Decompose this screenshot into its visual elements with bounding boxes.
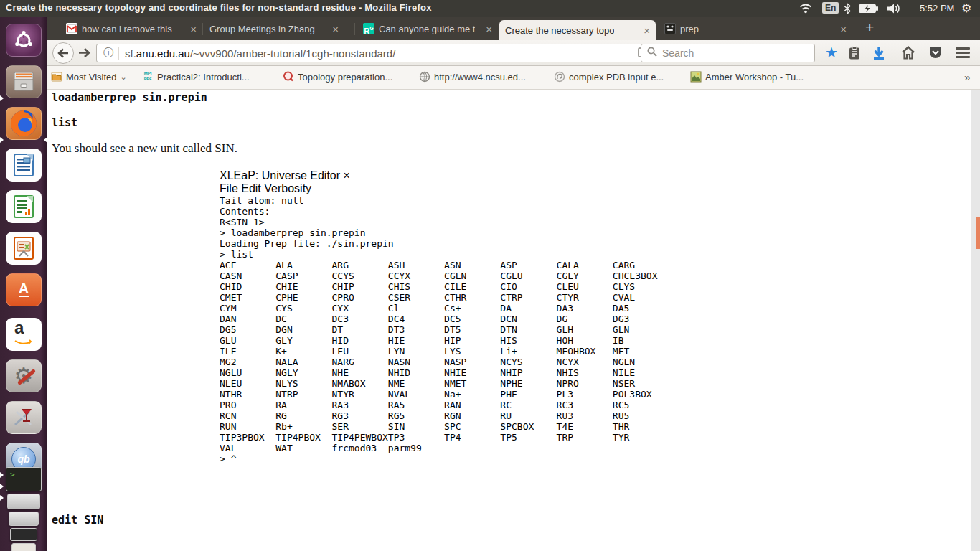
firefox-tab-bar: how can i remove this × Group Meetings i… (47, 17, 980, 40)
launcher-wine[interactable] (6, 401, 42, 434)
menu-edit[interactable]: Edit (241, 182, 261, 194)
tab-researchgate[interactable]: RG Can anyone guide me t × (357, 17, 498, 40)
xleap-titlebar[interactable]: XLEaP: Universe Editor × (220, 169, 799, 182)
running-pip (0, 95, 4, 101)
site-info-icon[interactable]: ⓘ (97, 47, 118, 60)
page-scrollbar-track[interactable] (971, 90, 980, 551)
tab-close-icon[interactable]: × (840, 23, 847, 35)
picture-icon (690, 71, 702, 83)
tab-label: prep (680, 24, 699, 34)
red-q-icon (283, 71, 294, 83)
bookmarks-overflow-chevron[interactable]: » (964, 71, 970, 83)
launcher-firefox[interactable] (6, 107, 42, 140)
download-icon[interactable] (872, 46, 885, 63)
launcher-software-center[interactable]: A (6, 273, 42, 306)
xleap-terminal[interactable]: Tail atom: null Contents: R<SIN 1> > loa… (220, 195, 799, 464)
tab-label: Create the necessary topo (505, 25, 614, 36)
launcher-libreoffice-calc[interactable] (6, 190, 42, 223)
bluetooth-icon[interactable] (844, 3, 851, 14)
url-text: sf.anu.edu.au/~vvv900/amber-tutorial/1cg… (125, 47, 395, 60)
launcher-file-manager[interactable] (6, 65, 42, 98)
launcher-system-settings[interactable]: ⚙ (6, 359, 42, 392)
tab-group-meetings[interactable]: Group Meetings in Zhang × (204, 17, 344, 40)
xleap-terminal-output: Tail atom: null Contents: R<SIN 1> > loa… (220, 195, 799, 464)
battery-icon[interactable] (858, 4, 878, 14)
menu-file[interactable]: File (220, 182, 238, 194)
code-edit-sin: edit SIN (52, 514, 103, 527)
bookmark-complex-pdb[interactable]: complex PDB input e... (554, 71, 664, 83)
xleap-favicon (664, 23, 676, 34)
bookmark-www4-ncsu[interactable]: http://www4.ncsu.ed... (419, 71, 526, 83)
gray-badge-icon (554, 71, 565, 83)
search-icon (647, 47, 657, 60)
wifi-icon[interactable] (799, 4, 812, 14)
pocket-icon[interactable] (928, 46, 943, 63)
xleap-menubar: File Edit Verbosity (220, 182, 799, 195)
ubuntu-top-panel: Create the necessary topology and coordi… (0, 0, 980, 17)
clock[interactable]: 5:52 PM (920, 3, 954, 14)
launcher-amazon[interactable]: a (6, 318, 42, 351)
xleap-content-frame: Tail atom: null Contents: R<SIN 1> > loa… (220, 195, 799, 464)
new-tab-button[interactable]: + (865, 19, 874, 36)
globe-icon (419, 71, 430, 83)
keyboard-layout-indicator[interactable]: En (822, 2, 839, 14)
volume-icon[interactable] (887, 3, 901, 14)
paragraph-text: You should see a new unit called SIN. (52, 141, 237, 156)
tab-gmail[interactable]: how can i remove this × (60, 17, 202, 40)
back-button[interactable] (52, 42, 74, 64)
bookmark-most-visited[interactable]: Most Visited ⌄ (51, 71, 127, 83)
xleap-window-title: XLEaP: Universe Editor (220, 169, 340, 182)
xleap-window: XLEaP: Universe Editor × File Edit Verbo… (220, 169, 799, 506)
chevron-down-icon: ⌄ (121, 72, 127, 82)
bookmark-label: http://www4.ncsu.ed... (434, 72, 526, 83)
running-pip (0, 484, 4, 489)
firefox-nav-bar: ⓘ sf.anu.edu.au/~vvv900/amber-tutorial/1… (47, 40, 980, 66)
forward-button[interactable] (77, 47, 90, 61)
launcher-libreoffice-writer[interactable] (6, 149, 42, 182)
gmail-icon (66, 23, 77, 34)
close-button[interactable]: × (344, 169, 350, 182)
window-title: Create the necessary topology and coordi… (6, 2, 432, 13)
tab-close-icon[interactable]: × (486, 23, 492, 35)
running-pip (0, 137, 4, 143)
mpi-bpc-icon: MPIbpc (142, 71, 154, 83)
menu-verbosity[interactable]: Verbosity (264, 182, 311, 194)
bookmark-label: Practical2: Introducti... (157, 72, 250, 83)
menu-hamburger-icon[interactable] (956, 47, 970, 60)
running-pip (0, 472, 4, 478)
home-icon[interactable] (901, 46, 915, 62)
focused-pip (44, 137, 47, 143)
search-placeholder: Search (662, 47, 694, 59)
session-gear-icon[interactable]: ⚙ (961, 1, 971, 15)
url-bar[interactable]: ⓘ sf.anu.edu.au/~vvv900/amber-tutorial/1… (96, 44, 680, 62)
researchgate-icon: RG (363, 23, 374, 34)
tab-active-create-topology[interactable]: Create the necessary topo × (499, 20, 656, 40)
bookmark-star-icon[interactable]: ★ (825, 44, 838, 61)
bookmark-amber-workshop[interactable]: Amber Workshop - Tu... (690, 71, 804, 83)
launcher-ubuntu-dash[interactable] (6, 24, 42, 57)
folder-icon (51, 71, 62, 83)
launcher-libreoffice-impress[interactable] (6, 232, 42, 265)
page-scrollbar-thumb[interactable] (976, 217, 980, 249)
bookmark-topology-preparation[interactable]: Topology preparation... (283, 71, 392, 83)
tab-close-icon[interactable]: × (644, 24, 650, 37)
bookmark-label: Amber Workshop - Tu... (705, 72, 804, 83)
running-pip (0, 495, 4, 501)
bookmark-label: Most Visited (66, 72, 117, 83)
unity-launcher: A a ⚙ qb >_ (0, 17, 47, 551)
bookmark-label: complex PDB input e... (569, 72, 664, 83)
tab-label: Group Meetings in Zhang (209, 24, 315, 34)
bookmark-label: Topology preparation... (298, 72, 392, 83)
bookmarks-toolbar: Most Visited ⌄ MPIbpc Practical2: Introd… (47, 66, 980, 90)
search-bar[interactable]: Search (641, 44, 815, 62)
tab-label: Can anyone guide me t (379, 24, 475, 34)
tab-label: how can i remove this (82, 24, 172, 34)
tab-close-icon[interactable]: × (332, 23, 339, 35)
code-list: list (52, 116, 77, 129)
tab-prep[interactable]: prep × (659, 17, 852, 40)
tab-close-icon[interactable]: × (190, 23, 197, 35)
clipboard-history-icon[interactable] (848, 46, 861, 63)
bookmark-practical2[interactable]: MPIbpc Practical2: Introducti... (142, 71, 250, 83)
code-loadamberprep: loadamberprep sin.prepin (52, 91, 207, 104)
